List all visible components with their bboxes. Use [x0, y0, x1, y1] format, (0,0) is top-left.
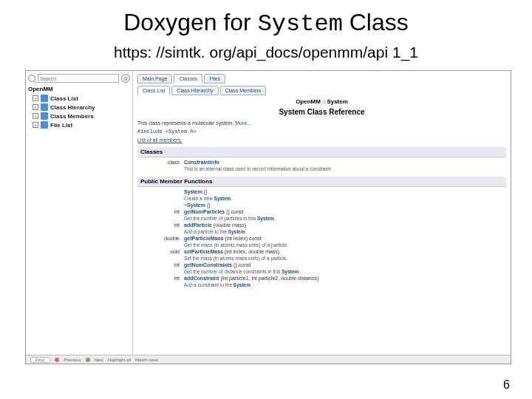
member-name-link[interactable]: getParticleMass [184, 236, 223, 241]
find-label: Find: [30, 357, 50, 363]
find-next[interactable]: Next [95, 358, 103, 362]
search-button[interactable]: Q [121, 74, 130, 83]
breadcrumb-namespace[interactable]: OpenMM [296, 98, 321, 105]
find-prev[interactable]: Previous [64, 358, 81, 362]
member-name-link[interactable]: addParticle [184, 222, 212, 228]
member-desc: This is an internal class used to record… [182, 166, 506, 172]
tab[interactable]: Class Members [220, 86, 267, 95]
section-functions: Public Member Functions [137, 177, 506, 187]
member-return [137, 188, 182, 195]
slide-title: Doxygen for System Class [0, 0, 532, 41]
tree-label: Class Members [50, 113, 94, 120]
tree-item[interactable]: +Class Hierarchy [28, 103, 130, 112]
breadcrumb-separator: :: [322, 98, 325, 105]
class-description: This class represents a molecular system… [137, 120, 506, 126]
slide-url: https: //simtk. org/api_docs/openmm/api … [0, 41, 532, 67]
tree-root[interactable]: OpenMM [28, 86, 130, 92]
tabs-primary: Main PageClassesFiles [137, 74, 506, 83]
member-return: void [137, 248, 182, 255]
member-desc: Get the number of particles in this Syst… [182, 215, 506, 222]
search-input[interactable] [38, 74, 119, 83]
member-return: int [137, 222, 182, 228]
find-matchcase[interactable]: Match case [135, 358, 158, 362]
expand-icon[interactable]: + [33, 104, 38, 110]
member-cell: addConstraint (int particle1, int partic… [182, 275, 506, 282]
member-cell: System () [182, 188, 506, 195]
tab[interactable]: Main Page [137, 74, 172, 83]
expand-icon[interactable]: + [33, 113, 38, 119]
more-link[interactable]: More... [235, 120, 251, 126]
member-cell: getNumConstraints () const [182, 262, 506, 268]
member-return: double [137, 235, 182, 242]
member-name-link[interactable]: System [184, 189, 202, 194]
member-return: int [137, 275, 182, 282]
member-desc: Add a constraint to the System. [182, 282, 506, 288]
sidebar: Q OpenMM +Class List+Class Hierarchy+Cla… [26, 71, 133, 364]
tabs-secondary: Class ListClass HierarchyClass Members [137, 86, 506, 95]
tab[interactable]: Files [204, 74, 225, 83]
title-suffix: Class [343, 9, 409, 35]
member-desc: Set the mass (in atomic mass units) of a… [182, 255, 506, 262]
folder-icon [41, 95, 48, 102]
title-prefix: Doxygen for [123, 9, 257, 35]
doxygen-screenshot: Q OpenMM +Class List+Class Hierarchy+Cla… [25, 70, 511, 364]
member-cell: getParticleMass (int index) const [182, 235, 506, 242]
member-name-link[interactable]: ConstraintInfo [184, 160, 219, 165]
desc-text: This class represents a molecular system… [137, 120, 235, 126]
all-members-link[interactable]: List of all members. [137, 137, 506, 143]
search-row: Q [28, 74, 130, 83]
tree-item[interactable]: +Class Members [28, 112, 130, 120]
member-cell: ~System () [182, 202, 506, 208]
main-panel: Main PageClassesFiles Class ListClass Hi… [133, 71, 511, 364]
expand-icon[interactable]: + [33, 122, 38, 128]
member-desc: Create a new System. [182, 195, 506, 202]
include-directive: #include <System.h> [137, 129, 506, 134]
expand-icon[interactable]: + [33, 95, 38, 101]
functions-table: System ()Create a new System.~System ()i… [137, 188, 506, 288]
page-number: 6 [503, 378, 510, 392]
search-icon [28, 75, 35, 82]
member-name-link[interactable]: getNumParticles [184, 209, 225, 214]
member-desc: Add a particle to the System. [182, 228, 506, 235]
tree-item[interactable]: +File List [28, 120, 130, 129]
member-return: int [137, 208, 182, 215]
member-desc: Get the number of distance constraints i… [182, 268, 506, 275]
member-return: class [137, 159, 182, 166]
folder-icon [41, 121, 48, 129]
member-desc: Get the mass (in atomic mass units) of a… [182, 242, 506, 248]
member-cell: getNumParticles () const [182, 208, 506, 215]
member-name-link[interactable]: getNumConstraints [184, 262, 232, 267]
member-cell: addParticle (double mass) [182, 222, 506, 228]
tree-label: Class Hierarchy [50, 104, 95, 111]
tab[interactable]: Class List [137, 86, 170, 95]
page-title: System Class Reference [137, 108, 506, 116]
tree-label: File List [50, 122, 72, 129]
status-dot-icon [86, 358, 90, 362]
member-name-link[interactable]: setParticleMass [184, 249, 223, 254]
browser-findbar: Find: Previous Next Highlight all Match … [26, 355, 511, 364]
member-name-link[interactable]: addConstraint [184, 276, 219, 281]
status-dot-icon [55, 358, 59, 362]
find-highlight[interactable]: Highlight all [108, 358, 131, 362]
classes-table: classConstraintInfoThis is an internal c… [137, 159, 506, 172]
tree-item[interactable]: +Class List [28, 94, 130, 103]
member-cell: setParticleMass (int index, double mass) [182, 248, 506, 255]
tab[interactable]: Class Hierarchy [171, 86, 218, 95]
section-classes: Classes [137, 147, 506, 157]
member-return [137, 202, 182, 208]
breadcrumb-class[interactable]: System [327, 98, 347, 105]
tab[interactable]: Classes [174, 74, 202, 83]
title-mono: System [258, 10, 343, 38]
folder-icon [41, 103, 48, 111]
breadcrumb: OpenMM::System [137, 98, 506, 105]
member-cell: ConstraintInfo [182, 159, 506, 166]
tree-label: Class List [50, 95, 78, 102]
member-name-link[interactable]: ~System [184, 202, 205, 208]
folder-icon [41, 112, 48, 120]
member-return: int [137, 262, 182, 268]
